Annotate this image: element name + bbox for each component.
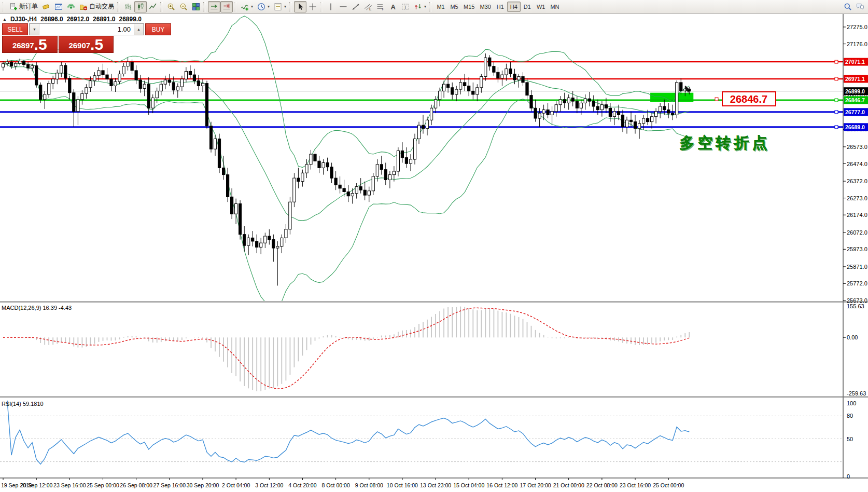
arrow-tools-icon bbox=[414, 3, 422, 11]
search-button[interactable] bbox=[842, 1, 854, 12]
search-icon bbox=[844, 3, 852, 11]
arrow-tools-button[interactable]: ▾ bbox=[412, 1, 428, 12]
svg-text:23 Oct 16:00: 23 Oct 16:00 bbox=[620, 482, 651, 488]
buy-price-display[interactable]: 26907.5 bbox=[59, 36, 114, 53]
svg-text:26846.7: 26846.7 bbox=[845, 97, 865, 103]
svg-text:50: 50 bbox=[847, 436, 853, 442]
timeframe-m5-button[interactable]: M5 bbox=[447, 2, 461, 12]
tile-windows-button[interactable] bbox=[190, 1, 202, 12]
svg-text:16 Oct 12:00: 16 Oct 12:00 bbox=[486, 482, 517, 488]
svg-text:20 Sep 12:00: 20 Sep 12:00 bbox=[20, 482, 53, 488]
toolbar-group-grip[interactable] bbox=[289, 2, 292, 11]
ohlc-high: 26912.0 bbox=[67, 16, 89, 23]
equidistant-channel-icon: E bbox=[364, 3, 372, 11]
indicators-dropdown-arrow-icon[interactable]: ▾ bbox=[251, 4, 253, 9]
toolbar-group-grip[interactable] bbox=[160, 2, 163, 11]
market-watch-button[interactable] bbox=[40, 1, 52, 12]
crosshair-button[interactable] bbox=[306, 1, 319, 12]
sell-price-big-digit: .5 bbox=[34, 38, 47, 51]
ohlc-close: 26899.0 bbox=[119, 16, 141, 23]
bar-chart-button[interactable] bbox=[122, 1, 134, 12]
timeframe-m15-button[interactable]: M15 bbox=[461, 2, 477, 12]
price-callout-text: 26846.7 bbox=[730, 93, 767, 105]
volume-input[interactable] bbox=[39, 24, 134, 35]
toolbar-group-grip[interactable] bbox=[3, 2, 5, 11]
signals-button[interactable] bbox=[65, 1, 77, 12]
trend-line-button[interactable] bbox=[349, 1, 362, 12]
auto-trading-label: 自动交易 bbox=[89, 2, 114, 11]
svg-text:26971.1: 26971.1 bbox=[845, 76, 865, 82]
sell-button[interactable]: SELL bbox=[2, 23, 28, 35]
one-click-panel-toggle-icon[interactable]: ▲ bbox=[3, 17, 7, 22]
toolbar-group-grip[interactable] bbox=[320, 2, 323, 11]
svg-text:26 Sep 08:00: 26 Sep 08:00 bbox=[120, 482, 152, 488]
cursor-button[interactable] bbox=[294, 1, 306, 12]
timeframe-h4-button[interactable]: H4 bbox=[507, 2, 521, 12]
templates-icon bbox=[274, 3, 282, 11]
chart-window: ▲ DJ30-,H4 26896.0 26912.0 26891.0 26899… bbox=[0, 14, 868, 492]
zoom-out-button[interactable] bbox=[177, 1, 190, 12]
new-chart-button[interactable] bbox=[52, 1, 65, 12]
periods-button[interactable]: ▾ bbox=[255, 1, 272, 12]
mt4-platform-window: { "toolbar": { "groups": [ {"items": [ {… bbox=[0, 0, 868, 492]
toolbar-group-grip[interactable] bbox=[117, 2, 120, 11]
annotation-text[interactable]: 多空转折点 bbox=[680, 134, 771, 151]
chart-info-line: ▲ DJ30-,H4 26896.0 26912.0 26891.0 26899… bbox=[3, 16, 142, 23]
chart-canvas[interactable]: 26846.7多空转折点多空转折点27275.027176.026876.026… bbox=[0, 14, 868, 492]
line-chart-button[interactable] bbox=[147, 1, 159, 12]
templates-dropdown-arrow-icon[interactable]: ▾ bbox=[284, 4, 286, 9]
svg-text:17 Oct 20:00: 17 Oct 20:00 bbox=[520, 482, 551, 488]
svg-text:26372.0: 26372.0 bbox=[847, 178, 867, 184]
toolbar-group-grip[interactable] bbox=[234, 2, 236, 11]
fibonacci-button[interactable]: F bbox=[374, 1, 387, 12]
horizontal-line-button[interactable] bbox=[337, 1, 349, 12]
svg-text:26072.0: 26072.0 bbox=[847, 229, 867, 236]
buy-button[interactable]: BUY bbox=[145, 23, 171, 35]
text-button[interactable]: A bbox=[387, 1, 399, 12]
toolbar-group-grip[interactable] bbox=[203, 2, 206, 11]
timeframe-w1-button[interactable]: W1 bbox=[534, 2, 548, 12]
callout-anchor[interactable] bbox=[715, 98, 718, 101]
periods-dropdown-arrow-icon[interactable]: ▾ bbox=[268, 4, 270, 9]
templates-button[interactable]: ▾ bbox=[272, 1, 288, 12]
buy-price-big-digit: .5 bbox=[90, 38, 103, 51]
timeframe-d1-button[interactable]: D1 bbox=[521, 2, 534, 12]
svg-text:23 Sep 16:00: 23 Sep 16:00 bbox=[53, 482, 86, 488]
svg-text:25871.0: 25871.0 bbox=[847, 264, 867, 270]
auto-scroll-button[interactable] bbox=[208, 1, 220, 12]
chart-shift-button[interactable] bbox=[220, 1, 233, 12]
svg-text:27071.1: 27071.1 bbox=[845, 59, 865, 65]
crosshair-icon bbox=[309, 3, 317, 11]
arrow-tools-dropdown-arrow-icon[interactable]: ▾ bbox=[424, 4, 426, 9]
toolbar-group-grip[interactable] bbox=[429, 2, 432, 11]
new-order-button[interactable]: 新订单 bbox=[7, 1, 40, 12]
level-line-anchor[interactable] bbox=[835, 77, 838, 80]
timeframe-mn-button[interactable]: MN bbox=[548, 2, 562, 12]
zoom-in-button[interactable] bbox=[165, 1, 177, 12]
level-line-anchor[interactable] bbox=[835, 111, 838, 114]
auto-trading-icon bbox=[79, 3, 88, 11]
chat-button[interactable] bbox=[854, 1, 866, 12]
level-line-anchor[interactable] bbox=[835, 99, 838, 102]
text-label-icon: T bbox=[401, 3, 410, 11]
macd-label: MACD(12,26,9) 16.39 -4.43 bbox=[2, 305, 72, 311]
indicators-icon bbox=[241, 3, 249, 11]
volume-decrease-button[interactable]: ▼ bbox=[30, 24, 39, 35]
volume-increase-button[interactable]: ▲ bbox=[134, 24, 144, 35]
candlestick-chart-button[interactable] bbox=[134, 1, 147, 12]
line-chart-icon bbox=[149, 3, 157, 11]
market-watch-icon bbox=[42, 3, 50, 11]
level-line-anchor[interactable] bbox=[835, 60, 838, 63]
indicators-button[interactable]: ▾ bbox=[239, 1, 255, 12]
timeframe-m30-button[interactable]: M30 bbox=[477, 2, 493, 12]
auto-trading-button[interactable]: 自动交易 bbox=[77, 1, 116, 12]
svg-text:26777.0: 26777.0 bbox=[845, 109, 865, 115]
trend-line-icon bbox=[352, 3, 360, 11]
timeframe-h1-button[interactable]: H1 bbox=[494, 2, 507, 12]
level-line-anchor[interactable] bbox=[835, 126, 838, 129]
text-label-button[interactable]: T bbox=[399, 1, 412, 12]
vertical-line-button[interactable] bbox=[325, 1, 337, 12]
equidistant-channel-button[interactable]: E bbox=[362, 1, 374, 12]
sell-price-display[interactable]: 26897.5 bbox=[2, 36, 58, 53]
timeframe-m1-button[interactable]: M1 bbox=[434, 2, 447, 12]
